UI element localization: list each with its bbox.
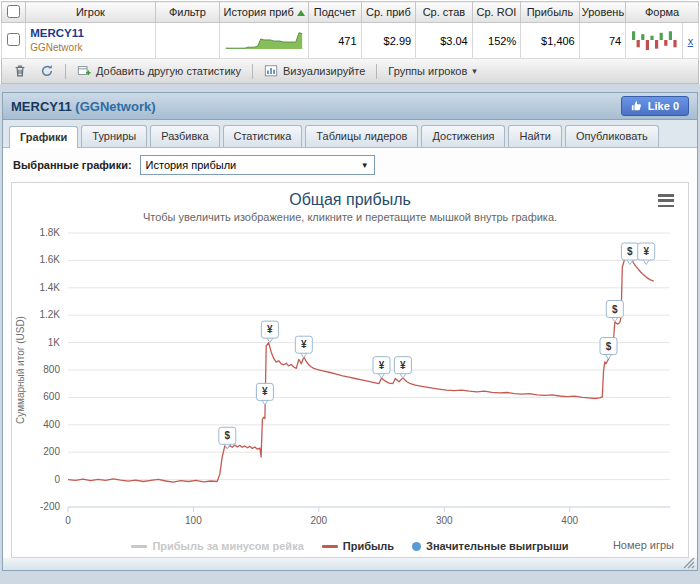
delete-button[interactable] bbox=[8, 62, 32, 80]
x-axis-title: Номер игры bbox=[613, 539, 674, 551]
legend-item-1[interactable]: Прибыль за минусом рейка bbox=[131, 540, 303, 552]
visualize-label: Визуализируйте bbox=[283, 65, 365, 77]
dropdown-arrow-icon: ▼ bbox=[361, 161, 369, 170]
significant-win-marker[interactable]: ¥ bbox=[256, 383, 273, 405]
player-name-link[interactable]: MERCY11 bbox=[30, 26, 150, 40]
x-axis: 0100200300400 bbox=[65, 507, 670, 526]
table-header-row: ИгрокФильтрИстория прибПодсчетСр. прибСр… bbox=[2, 2, 699, 23]
panel-title: MERCY11 (GGNetwork) bbox=[11, 99, 156, 114]
panel-title-player: MERCY11 bbox=[11, 99, 72, 114]
column-header-label: Ср. приб bbox=[366, 6, 411, 18]
svg-text:300: 300 bbox=[436, 515, 453, 526]
significant-win-marker[interactable]: ¥ bbox=[394, 357, 411, 379]
player-groups-button[interactable]: Группы игроков ▾ bbox=[383, 63, 482, 79]
svg-text:0: 0 bbox=[65, 515, 71, 526]
add-statistic-label: Добавить другую статистику bbox=[96, 65, 241, 77]
avg-profit-cell: $2.99 bbox=[361, 23, 416, 59]
significant-win-marker[interactable]: ¥ bbox=[638, 243, 655, 265]
column-header-2[interactable]: Фильтр bbox=[155, 2, 220, 23]
tab-publish[interactable]: Опубликовать bbox=[565, 125, 659, 147]
column-header-10[interactable]: Форма bbox=[626, 2, 699, 23]
toolbar-separator bbox=[252, 64, 253, 79]
column-header-6[interactable]: Ср. став bbox=[416, 2, 473, 23]
svg-text:1.2K: 1.2K bbox=[39, 309, 60, 320]
column-header-4[interactable]: Подсчет bbox=[309, 2, 362, 23]
level-cell: 74 bbox=[579, 23, 625, 59]
column-header-label: Уровень bbox=[582, 6, 624, 18]
player-cell: MERCY11 GGNetwork bbox=[26, 23, 155, 59]
tab-find[interactable]: Найти bbox=[508, 125, 561, 147]
like-count-label: Like 0 bbox=[648, 100, 679, 112]
column-header-5[interactable]: Ср. приб bbox=[361, 2, 416, 23]
legend-label: Прибыль bbox=[343, 540, 394, 552]
tab-tournaments[interactable]: Турниры bbox=[81, 125, 147, 147]
thumbs-up-icon bbox=[631, 100, 643, 112]
column-header-label: Фильтр bbox=[169, 6, 206, 18]
svg-text:1K: 1K bbox=[48, 337, 61, 348]
column-header-label: Прибыль bbox=[527, 6, 574, 18]
avg-roi-cell: 152% bbox=[472, 23, 520, 59]
tab-breakdown[interactable]: Разбивка bbox=[150, 125, 219, 147]
significant-win-marker[interactable]: $ bbox=[600, 338, 617, 360]
player-stats-section: ИгрокФильтрИстория прибПодсчетСр. прибСр… bbox=[0, 0, 700, 84]
row-checkbox[interactable] bbox=[7, 33, 20, 46]
chart-canvas[interactable]: -20002004006008001K1.2K1.4K1.6K1.8K01002… bbox=[12, 223, 688, 535]
column-header-label: Форма bbox=[645, 6, 679, 18]
column-header-9[interactable]: Уровень bbox=[579, 2, 625, 23]
svg-text:200: 200 bbox=[310, 515, 327, 526]
resize-handle-icon[interactable] bbox=[682, 556, 695, 569]
column-header-label: Ср. став bbox=[423, 6, 466, 18]
legend-item-2[interactable]: Прибыль bbox=[322, 540, 394, 552]
svg-text:0: 0 bbox=[54, 474, 60, 485]
avg-stake-cell: $3.04 bbox=[416, 23, 473, 59]
column-header-label: Игрок bbox=[76, 6, 105, 18]
tab-graphs[interactable]: Графики bbox=[9, 126, 78, 148]
visualize-icon bbox=[264, 64, 278, 78]
legend-circle-swatch bbox=[412, 542, 421, 551]
player-network-label: GGNetwork bbox=[30, 42, 82, 53]
svg-text:100: 100 bbox=[185, 515, 202, 526]
svg-text:$: $ bbox=[627, 246, 633, 257]
svg-text:¥: ¥ bbox=[262, 386, 268, 397]
tab-leaderboards[interactable]: Таблицы лидеров bbox=[305, 125, 418, 147]
svg-text:200: 200 bbox=[43, 446, 60, 457]
svg-text:¥: ¥ bbox=[400, 360, 406, 371]
visualize-button[interactable]: Визуализируйте bbox=[259, 62, 370, 80]
toolbar-separator bbox=[65, 64, 66, 79]
column-header-7[interactable]: Ср. ROI bbox=[472, 2, 520, 23]
tab-achievements[interactable]: Достижения bbox=[421, 125, 505, 147]
like-button[interactable]: Like 0 bbox=[621, 96, 689, 116]
graph-select[interactable]: История прибыли ▼ bbox=[140, 155, 375, 175]
remove-cell: x bbox=[682, 23, 698, 59]
toolbar-separator bbox=[376, 64, 377, 79]
chart-title: Общая прибыль bbox=[12, 191, 688, 209]
form-mini-chart bbox=[631, 29, 677, 51]
significant-win-marker[interactable]: ¥ bbox=[373, 357, 390, 379]
significant-win-marker[interactable]: ¥ bbox=[261, 321, 278, 343]
add-statistic-button[interactable]: Добавить другую статистику bbox=[72, 62, 246, 80]
svg-text:¥: ¥ bbox=[643, 246, 649, 257]
remove-row-link[interactable]: x bbox=[688, 35, 694, 47]
profit-chart[interactable]: Общая прибыль Чтобы увеличить изображени… bbox=[11, 182, 689, 558]
significant-win-marker[interactable]: $ bbox=[219, 427, 236, 449]
y-axis-labels: -20002004006008001K1.2K1.4K1.6K1.8K bbox=[39, 227, 60, 512]
row-checkbox-cell bbox=[2, 23, 26, 59]
column-header-1[interactable]: Игрок bbox=[26, 2, 155, 23]
chart-menu-button[interactable] bbox=[656, 193, 676, 208]
column-header-8[interactable]: Прибыль bbox=[521, 2, 580, 23]
select-all-header bbox=[2, 2, 26, 23]
filter-cell[interactable] bbox=[155, 23, 220, 59]
refresh-icon bbox=[40, 64, 54, 78]
significant-win-marker[interactable]: ¥ bbox=[295, 336, 312, 358]
legend-item-3[interactable]: Значительные выигрыши bbox=[412, 540, 569, 552]
svg-text:¥: ¥ bbox=[301, 339, 307, 350]
profit-history-cell[interactable] bbox=[220, 23, 309, 59]
tab-statistics[interactable]: Статистика bbox=[223, 125, 303, 147]
select-all-checkbox[interactable] bbox=[7, 5, 20, 18]
refresh-button[interactable] bbox=[35, 62, 59, 80]
table-row: MERCY11 GGNetwork 471 $2.99 $3.04 152% $… bbox=[2, 23, 699, 59]
chart-legend: Прибыль за минусом рейкаПрибыльЗначитель… bbox=[131, 540, 568, 552]
column-header-label: Подсчет bbox=[314, 6, 356, 18]
column-header-3[interactable]: История приб bbox=[220, 2, 309, 23]
chart-subtitle: Чтобы увеличить изображение, кликните и … bbox=[12, 211, 688, 223]
